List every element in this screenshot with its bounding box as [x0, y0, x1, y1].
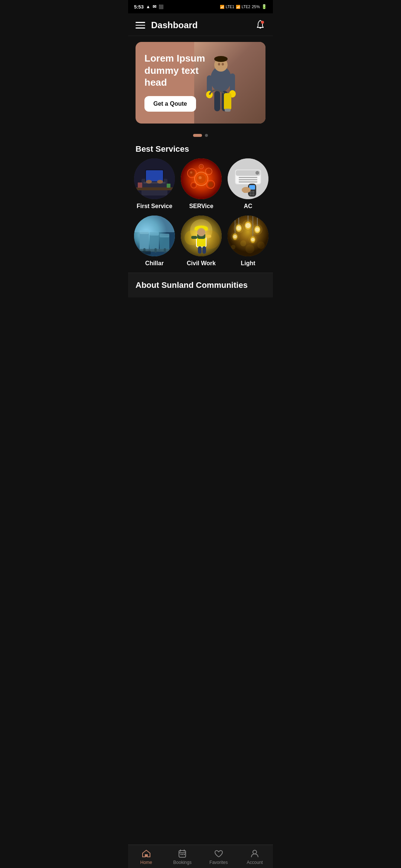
svg-point-98	[252, 224, 263, 235]
service-item-light[interactable]: Light	[228, 216, 268, 267]
service-label-civil-work: Civil Work	[187, 260, 216, 267]
svg-rect-58	[140, 232, 149, 251]
banner-container: Lorem Ipsum dummy text head Get a Qoute	[128, 36, 273, 129]
svg-rect-45	[239, 181, 257, 183]
carousel-dot-1[interactable]	[193, 134, 202, 137]
get-quote-button[interactable]: Get a Qoute	[144, 96, 196, 112]
svg-rect-60	[150, 234, 159, 251]
service-item-ac[interactable]: AC	[228, 158, 268, 210]
svg-point-102	[231, 232, 239, 241]
svg-rect-67	[154, 248, 157, 253]
service-label-first-service: First Service	[137, 203, 172, 210]
svg-point-53	[252, 193, 254, 195]
service-label-chillar: Chillar	[145, 260, 164, 267]
svg-point-33	[208, 182, 213, 187]
carousel-dots	[128, 134, 273, 137]
best-services-section: Best Services	[128, 138, 273, 273]
svg-rect-64	[134, 216, 175, 232]
services-grid: First Service	[128, 158, 273, 273]
about-title: About Sunland Communities	[136, 280, 265, 290]
banner-content: Lorem Ipsum dummy text head Get a Qoute	[144, 52, 206, 112]
svg-point-109	[231, 245, 235, 249]
svg-point-27	[197, 174, 206, 183]
service-circle-civil-work	[181, 216, 222, 256]
svg-rect-21	[136, 187, 173, 190]
service-circle-chillar	[134, 216, 175, 256]
service-circle-first-service	[134, 158, 175, 199]
svg-point-19	[146, 180, 152, 184]
page-title: Dashboard	[151, 20, 198, 30]
svg-point-13	[214, 56, 228, 62]
service-circle-service	[181, 158, 222, 199]
svg-rect-43	[239, 177, 257, 178]
status-bar: 5:53 ▲ ✉ ⬛ 📶 LTE1 📶 LTE2 25% 🔋	[128, 0, 273, 13]
carousel-dot-2[interactable]	[205, 134, 208, 137]
service-circle-light	[228, 216, 268, 256]
banner-heading: Lorem Ipsum dummy text head	[144, 52, 206, 89]
svg-point-106	[248, 235, 257, 244]
svg-point-52	[250, 193, 252, 195]
svg-rect-17	[146, 170, 163, 181]
main-content: Lorem Ipsum dummy text head Get a Qoute …	[128, 36, 273, 346]
svg-point-108	[257, 241, 265, 249]
svg-point-37	[200, 165, 203, 168]
service-item-first-service[interactable]: First Service	[134, 158, 175, 210]
svg-point-107	[240, 240, 246, 246]
menu-button[interactable]	[136, 22, 145, 29]
svg-point-12	[222, 63, 224, 66]
service-item-civil-work[interactable]: Civil Work	[181, 216, 222, 267]
svg-point-0	[261, 21, 264, 24]
svg-rect-9	[224, 93, 231, 110]
best-services-title: Best Services	[128, 138, 273, 158]
header-left: Dashboard	[136, 20, 198, 30]
svg-rect-61	[150, 232, 159, 236]
svg-point-31	[206, 169, 211, 174]
header: Dashboard	[128, 13, 273, 36]
service-label-ac: AC	[244, 203, 252, 210]
svg-point-35	[192, 183, 196, 187]
status-icons: 📶 LTE1 📶 LTE2 25% 🔋	[220, 4, 267, 9]
svg-point-11	[218, 63, 220, 66]
svg-point-110	[245, 244, 254, 253]
svg-rect-82	[205, 235, 211, 238]
svg-rect-81	[191, 236, 197, 239]
svg-rect-55	[243, 187, 246, 193]
svg-point-20	[157, 180, 163, 184]
svg-rect-63	[160, 234, 169, 237]
svg-rect-84	[202, 246, 206, 254]
svg-rect-83	[198, 246, 202, 254]
svg-rect-23	[167, 184, 170, 188]
svg-rect-68	[164, 248, 166, 253]
service-item-chillar[interactable]: Chillar	[134, 216, 175, 267]
svg-rect-10	[225, 109, 231, 112]
svg-rect-44	[239, 179, 257, 180]
service-label-light: Light	[241, 260, 255, 267]
svg-point-80	[197, 228, 205, 236]
svg-point-47	[255, 171, 259, 175]
svg-point-38	[199, 176, 202, 179]
svg-rect-5	[214, 91, 220, 111]
service-label-service: SERVice	[189, 203, 213, 210]
bell-icon[interactable]	[255, 19, 265, 31]
svg-rect-69	[136, 251, 151, 254]
svg-rect-22	[138, 183, 142, 188]
svg-point-39	[190, 171, 192, 174]
about-section: About Sunland Communities	[128, 273, 273, 297]
promo-banner[interactable]: Lorem Ipsum dummy text head Get a Qoute	[136, 42, 265, 124]
service-circle-ac	[228, 158, 268, 199]
status-time: 5:53 ▲ ✉ ⬛	[134, 4, 164, 10]
service-item-service[interactable]: SERVice	[181, 158, 222, 210]
svg-point-51	[252, 191, 254, 193]
